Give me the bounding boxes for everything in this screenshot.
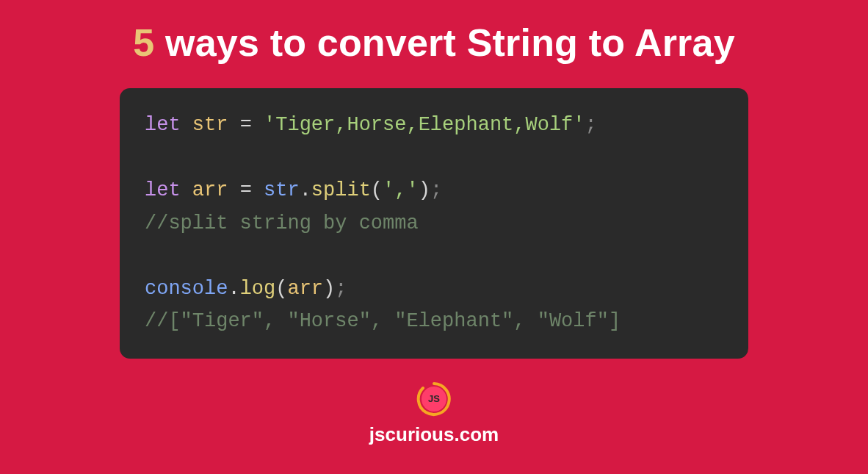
title-accent: 5 <box>133 21 154 64</box>
code-line-1: let str = 'Tiger,Horse,Elephant,Wolf'; <box>145 109 723 142</box>
code-comment-2: //["Tiger", "Horse", "Elephant", "Wolf"] <box>145 305 723 338</box>
logo-arc-icon <box>416 381 452 417</box>
code-line-6: console.log(arr); <box>145 273 723 306</box>
code-blank-line <box>145 240 723 273</box>
code-comment-1: //split string by comma <box>145 207 723 240</box>
code-snippet: let str = 'Tiger,Horse,Elephant,Wolf'; l… <box>120 88 748 359</box>
code-line-3: let arr = str.split(','); <box>145 174 723 207</box>
page-title: 5 ways to convert String to Array <box>133 21 735 65</box>
site-name: jscurious.com <box>369 423 499 446</box>
footer: JS jscurious.com <box>369 381 499 446</box>
code-blank-line <box>145 142 723 175</box>
site-logo: JS <box>416 381 452 417</box>
title-text: ways to convert String to Array <box>154 21 734 64</box>
